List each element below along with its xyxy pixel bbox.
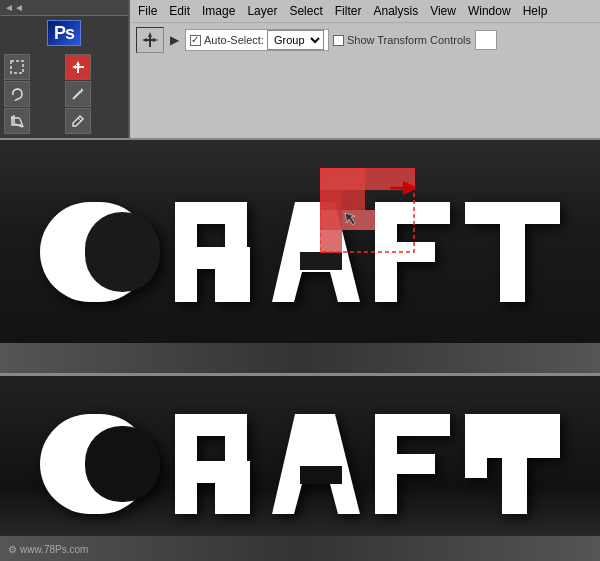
svg-marker-7 xyxy=(142,32,158,47)
svg-rect-35 xyxy=(175,461,250,483)
menu-edit[interactable]: Edit xyxy=(169,4,190,18)
marquee-tool[interactable] xyxy=(4,54,30,80)
show-transform-label: Show Transform Controls xyxy=(347,34,471,46)
menu-filter[interactable]: Filter xyxy=(335,4,362,18)
menu-bar: File Edit Image Layer Select Filter Anal… xyxy=(130,0,600,23)
watermark-icon: ⚙ xyxy=(8,544,17,555)
auto-select-checkbox[interactable] xyxy=(190,35,201,46)
toolbox-header: ◄◄ xyxy=(0,0,128,16)
svg-rect-0 xyxy=(11,61,23,73)
menu-layer[interactable]: Layer xyxy=(247,4,277,18)
svg-marker-5 xyxy=(81,88,84,94)
auto-select-label: Auto-Select: xyxy=(204,34,264,46)
ps-logo: Ps xyxy=(47,20,81,46)
svg-rect-9 xyxy=(85,212,160,292)
top-bar: ◄◄ Ps xyxy=(0,0,600,140)
svg-rect-13 xyxy=(175,247,250,269)
group-dropdown[interactable]: Group Layer xyxy=(267,30,324,50)
pen-tool[interactable] xyxy=(65,108,91,134)
svg-rect-36 xyxy=(215,483,250,514)
svg-rect-14 xyxy=(215,269,250,302)
collapse-icon[interactable]: ◄◄ xyxy=(4,2,24,13)
menu-file[interactable]: File xyxy=(138,4,157,18)
auto-select-container: Auto-Select: Group Layer xyxy=(185,29,329,51)
svg-line-4 xyxy=(73,91,81,99)
svg-rect-38 xyxy=(300,466,342,484)
move-tool-button[interactable] xyxy=(136,27,164,53)
transform-preview-box xyxy=(475,30,497,50)
menu-analysis[interactable]: Analysis xyxy=(373,4,418,18)
svg-rect-31 xyxy=(85,426,160,502)
crop-tool[interactable] xyxy=(4,108,30,134)
watermark: ⚙ www.78Ps.com xyxy=(8,544,88,555)
toolbar-row: ▶ Auto-Select: Group Layer Show Transfor… xyxy=(130,23,600,57)
tool-grid xyxy=(0,50,128,138)
svg-line-3 xyxy=(15,99,17,101)
canvas-area: ⚙ www.78Ps.com xyxy=(0,140,600,561)
menu-help[interactable]: Help xyxy=(523,4,548,18)
show-transform-checkbox[interactable] xyxy=(333,35,344,46)
menu-select[interactable]: Select xyxy=(289,4,322,18)
svg-rect-23 xyxy=(320,168,415,190)
svg-rect-44 xyxy=(465,436,502,458)
svg-rect-43 xyxy=(502,436,527,514)
show-transform-container: Show Transform Controls xyxy=(333,34,471,46)
svg-rect-45 xyxy=(465,458,487,478)
svg-rect-25 xyxy=(320,190,342,253)
svg-rect-42 xyxy=(465,414,560,436)
menu-area: File Edit Image Layer Select Filter Anal… xyxy=(130,0,600,138)
move-tool-active[interactable] xyxy=(65,54,91,80)
toolbar-separator: ▶ xyxy=(170,33,179,47)
svg-line-6 xyxy=(78,118,81,121)
canvas-bottom[interactable]: ⚙ www.78Ps.com xyxy=(0,376,600,561)
menu-view[interactable]: View xyxy=(430,4,456,18)
svg-rect-40 xyxy=(375,414,450,436)
toolbox-panel: ◄◄ Ps xyxy=(0,0,130,138)
menu-window[interactable]: Window xyxy=(468,4,511,18)
svg-rect-21 xyxy=(500,224,525,302)
svg-rect-20 xyxy=(465,202,560,224)
lasso-tool[interactable] xyxy=(4,81,30,107)
magic-wand-tool[interactable] xyxy=(65,81,91,107)
svg-marker-37 xyxy=(272,414,360,514)
svg-rect-46 xyxy=(527,436,560,458)
canvas-top[interactable] xyxy=(0,140,600,376)
svg-rect-41 xyxy=(375,454,435,474)
craft-text-bottom xyxy=(30,404,570,534)
craft-text-top xyxy=(30,187,570,327)
menu-image[interactable]: Image xyxy=(202,4,235,18)
selection-overlay xyxy=(320,168,415,253)
svg-rect-16 xyxy=(300,252,342,270)
svg-rect-34 xyxy=(225,414,247,469)
watermark-text: www.78Ps.com xyxy=(20,544,88,555)
